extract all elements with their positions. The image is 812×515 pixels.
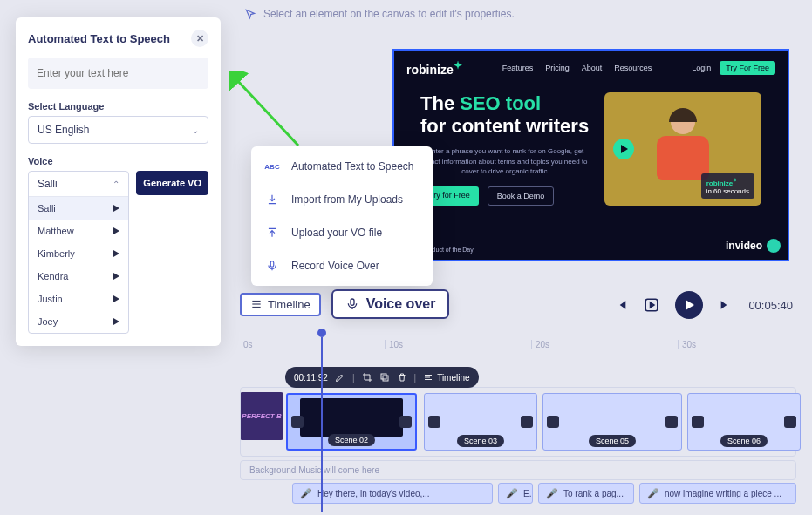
edit-icon[interactable] xyxy=(335,372,345,383)
language-label: Select Language xyxy=(28,101,208,112)
cursor-icon xyxy=(244,8,256,20)
list-icon xyxy=(250,298,263,310)
tts-text-input[interactable] xyxy=(28,58,208,89)
watermark: invideo xyxy=(726,239,781,253)
timeline-toggle[interactable]: Timeline xyxy=(423,372,469,383)
canvas-hint: Select an element on the canvas to edit … xyxy=(244,8,515,20)
play-icon[interactable] xyxy=(113,295,119,302)
annotation-arrow xyxy=(229,71,307,150)
preview-logo: robinize✦ xyxy=(406,59,462,77)
download-icon xyxy=(265,193,279,207)
vo-clip[interactable]: 🎤now imagine writing a piece ... xyxy=(639,483,796,504)
menu-import-uploads[interactable]: Import from My Uploads xyxy=(251,183,433,216)
timeline-button[interactable]: Timeline xyxy=(240,293,321,316)
trash-icon[interactable] xyxy=(397,372,407,383)
voice-dropdown-list: SalliMatthewKimberlyKendraJustinJoey xyxy=(29,196,128,333)
voice-option[interactable]: Matthew xyxy=(29,220,128,242)
preview-nav: FeaturesPricingAboutResources xyxy=(502,64,652,72)
playhead[interactable] xyxy=(317,329,326,512)
mic-icon: 🎤 xyxy=(506,488,518,499)
play-icon[interactable] xyxy=(113,273,119,280)
canvas-preview[interactable]: robinize✦ FeaturesPricingAboutResources … xyxy=(392,49,789,261)
vo-clip[interactable]: 🎤To rank a pag... xyxy=(538,483,634,504)
crop-icon[interactable] xyxy=(362,372,372,383)
menu-record-vo[interactable]: Record Voice Over xyxy=(251,249,433,282)
mic-icon: 🎤 xyxy=(300,488,312,499)
menu-automated-tts[interactable]: ABC Automated Text to Speech xyxy=(251,150,433,183)
scene-clip[interactable]: Scene 03 xyxy=(424,393,537,451)
svg-rect-1 xyxy=(270,261,274,267)
chevron-down-icon: ⌄ xyxy=(192,125,199,135)
preview-video-thumb: robinize✦in 60 seconds xyxy=(604,92,761,206)
mic-icon: 🎤 xyxy=(647,488,659,499)
upload-icon xyxy=(265,226,279,240)
voice-label: Voice xyxy=(28,156,208,166)
svg-line-0 xyxy=(235,78,298,146)
scene-clip[interactable]: Scene 06 xyxy=(687,393,801,451)
svg-rect-8 xyxy=(381,374,386,379)
voice-select[interactable]: Salli ⌃ SalliMatthewKimberlyKendraJustin… xyxy=(28,171,129,334)
vo-clip[interactable]: 🎤E... xyxy=(498,483,533,504)
tts-panel-title: Automated Text to Speech xyxy=(28,32,170,45)
mic-icon xyxy=(265,259,279,273)
transport-controls: 00:05:40 xyxy=(614,291,793,319)
mic-icon xyxy=(345,297,359,311)
generate-vo-button[interactable]: Generate VO xyxy=(136,171,208,195)
scene-clip[interactable]: Scene 02 xyxy=(286,393,417,451)
chevron-up-icon: ⌃ xyxy=(113,180,119,189)
svg-rect-5 xyxy=(351,299,354,305)
skip-forward-button[interactable] xyxy=(719,298,733,312)
voice-option[interactable]: Kendra xyxy=(29,265,128,288)
voiceover-button[interactable]: Voice over xyxy=(331,289,450,319)
mic-icon: 🎤 xyxy=(546,488,558,499)
svg-rect-7 xyxy=(383,376,388,381)
voice-option[interactable]: Justin xyxy=(29,288,128,310)
voice-option[interactable]: Kimberly xyxy=(29,242,128,265)
tts-panel: Automated Text to Speech ✕ Select Langua… xyxy=(16,17,221,346)
duration-display: 00:05:40 xyxy=(748,299,793,312)
voice-option[interactable]: Joey xyxy=(29,310,128,333)
voice-option[interactable]: Salli xyxy=(29,197,128,220)
language-select[interactable]: US English ⌄ xyxy=(28,116,208,144)
voiceover-menu: ABC Automated Text to Speech Import from… xyxy=(251,146,433,286)
clip-toolbar: 00:11:92 | | Timeline xyxy=(285,367,479,388)
scene-clip[interactable]: Scene 05 xyxy=(542,393,682,451)
play-icon[interactable] xyxy=(113,227,119,234)
duplicate-icon[interactable] xyxy=(379,372,390,383)
skip-back-button[interactable] xyxy=(614,298,628,312)
replay-button[interactable] xyxy=(644,297,659,313)
abc-icon: ABC xyxy=(265,159,279,173)
play-icon[interactable] xyxy=(113,250,119,257)
play-icon[interactable] xyxy=(113,318,119,325)
menu-upload-vo[interactable]: Upload your VO file xyxy=(251,216,433,249)
play-icon[interactable] xyxy=(113,205,119,212)
play-button[interactable] xyxy=(675,291,703,319)
close-icon[interactable]: ✕ xyxy=(191,30,208,47)
